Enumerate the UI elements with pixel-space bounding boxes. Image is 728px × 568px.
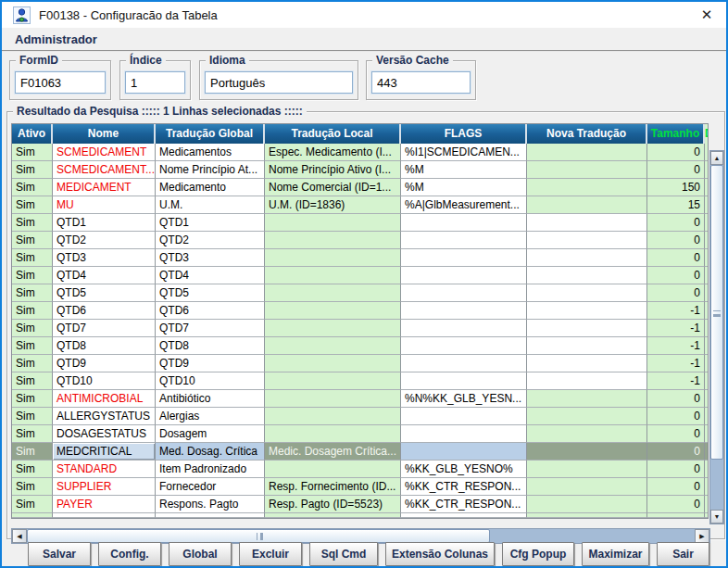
table-cell[interactable]: Nome Princípio Ativo (I... (265, 161, 401, 179)
table-cell[interactable] (705, 161, 709, 179)
table-cell[interactable]: Resp. Fornecimento (ID... (265, 478, 401, 496)
extensao-colunas-button[interactable]: Extensão Colunas (385, 542, 495, 566)
table-cell[interactable]: 150 (647, 179, 705, 196)
table-row[interactable]: SimQTD5QTD50 (12, 284, 708, 302)
table-cell[interactable] (705, 284, 709, 302)
table-cell[interactable]: Sim (12, 161, 53, 179)
table-cell[interactable]: DOSAGESTATUS (53, 425, 156, 443)
table-cell[interactable] (647, 513, 705, 518)
table-cell[interactable]: MEDCRITICAL (53, 443, 156, 461)
table-cell[interactable]: MU (53, 196, 156, 214)
table-cell[interactable]: 0 (647, 425, 705, 443)
table-cell[interactable]: -1 (647, 372, 705, 390)
table-cell[interactable] (265, 267, 401, 284)
table-cell[interactable] (265, 232, 401, 249)
table-cell[interactable]: SCMEDICAMENT... (53, 161, 156, 179)
menu-administrador[interactable]: Administrador (11, 31, 101, 48)
table-cell[interactable] (401, 355, 527, 372)
table-cell[interactable] (401, 302, 527, 320)
table-cell[interactable]: QTD7 (156, 320, 265, 337)
table-cell[interactable] (705, 443, 709, 461)
table-cell[interactable]: Sim (12, 144, 53, 161)
table-cell[interactable]: QTD3 (156, 249, 265, 267)
table-cell[interactable] (265, 425, 401, 443)
table-cell[interactable] (527, 408, 647, 425)
table-cell[interactable] (401, 214, 527, 232)
table-cell[interactable] (705, 302, 709, 320)
table-cell[interactable]: Sim (12, 232, 53, 249)
table-cell[interactable]: 0 (647, 214, 705, 232)
table-cell[interactable] (527, 284, 647, 302)
table-cell[interactable] (265, 408, 401, 425)
table-row[interactable] (12, 513, 708, 518)
table-cell[interactable]: Sim (12, 196, 53, 214)
table-cell[interactable]: 0 (647, 232, 705, 249)
table-cell[interactable] (265, 302, 401, 320)
table-cell[interactable]: Nome Comercial (ID=1... (265, 179, 401, 196)
table-cell[interactable]: PAYER (53, 496, 156, 513)
table-cell[interactable] (705, 179, 709, 196)
table-cell[interactable]: Sim (12, 390, 53, 408)
table-cell[interactable] (705, 249, 709, 267)
table-cell[interactable]: Sim (12, 179, 53, 196)
table-row[interactable]: SimMUU.M.U.M. (ID=1836)%A|GlbMeasurement… (12, 196, 708, 214)
table-cell[interactable]: Sim (12, 302, 53, 320)
column-header-traducao-local[interactable]: Tradução Local (265, 124, 401, 144)
table-row[interactable]: SimQTD7QTD7-1 (12, 320, 708, 337)
table-cell[interactable]: QTD5 (53, 284, 156, 302)
table-cell[interactable] (527, 478, 647, 496)
table-row[interactable]: SimSCMEDICAMENT...Nome Princípio At...No… (12, 161, 708, 179)
table-cell[interactable] (705, 478, 709, 496)
table-cell[interactable] (265, 214, 401, 232)
table-cell[interactable] (401, 443, 527, 461)
table-cell[interactable]: %KK_CTR_RESPON... (401, 478, 527, 496)
versao-cache-input[interactable] (371, 71, 471, 94)
table-cell[interactable]: Fornecedor (156, 478, 265, 496)
table-cell[interactable] (527, 390, 647, 408)
table-row[interactable]: SimPAYERRespons. PagtoResp. Pagto (ID=55… (12, 496, 708, 513)
table-cell[interactable]: QTD8 (156, 337, 265, 355)
table-cell[interactable] (401, 337, 527, 355)
sair-button[interactable]: Sair (657, 542, 709, 566)
table-row[interactable]: SimQTD6QTD6-1 (12, 302, 708, 320)
table-cell[interactable] (12, 513, 53, 518)
table-cell[interactable]: STANDARD (53, 461, 156, 478)
table-cell[interactable] (705, 390, 709, 408)
table-cell[interactable] (527, 161, 647, 179)
table-cell[interactable]: Sim (12, 355, 53, 372)
table-cell[interactable]: 0 (647, 249, 705, 267)
table-cell[interactable]: %M (401, 179, 527, 196)
table-cell[interactable]: Medic. Dosagem Crítica... (265, 443, 401, 461)
table-cell[interactable]: -1 (647, 337, 705, 355)
table-cell[interactable]: %N%KK_GLB_YESN... (401, 390, 527, 408)
vertical-scrollbar[interactable]: ▲ ▼ (709, 150, 724, 524)
table-row[interactable]: SimQTD2QTD20 (12, 232, 708, 249)
table-cell[interactable] (527, 302, 647, 320)
table-cell[interactable] (265, 461, 401, 478)
table-cell[interactable]: 0 (647, 496, 705, 513)
vertical-scroll-track[interactable] (710, 165, 723, 510)
table-cell[interactable]: %KK_GLB_YESNO% (401, 461, 527, 478)
table-cell[interactable]: U.M. (ID=1836) (265, 196, 401, 214)
column-header-tamanho[interactable]: Tamanho (647, 124, 705, 144)
table-cell[interactable]: QTD5 (156, 284, 265, 302)
table-cell[interactable] (705, 144, 709, 161)
table-cell[interactable] (527, 179, 647, 196)
table-cell[interactable] (527, 144, 647, 161)
table-cell[interactable]: Sim (12, 284, 53, 302)
table-cell[interactable]: %I1|SCMEDICAMEN... (401, 144, 527, 161)
table-cell[interactable] (401, 513, 527, 518)
table-cell[interactable]: Item Padronizado (156, 461, 265, 478)
table-cell[interactable] (527, 337, 647, 355)
table-cell[interactable]: QTD1 (53, 214, 156, 232)
table-cell[interactable] (705, 496, 709, 513)
table-cell[interactable] (705, 425, 709, 443)
table-cell[interactable] (401, 425, 527, 443)
table-row[interactable]: SimSUPPLIERFornecedorResp. Fornecimento … (12, 478, 708, 496)
table-cell[interactable]: QTD7 (53, 320, 156, 337)
column-header-partial[interactable]: D (705, 124, 709, 144)
horizontal-scroll-thumb[interactable] (27, 529, 490, 543)
table-cell[interactable]: Sim (12, 408, 53, 425)
table-cell[interactable]: QTD2 (53, 232, 156, 249)
table-cell[interactable] (401, 320, 527, 337)
